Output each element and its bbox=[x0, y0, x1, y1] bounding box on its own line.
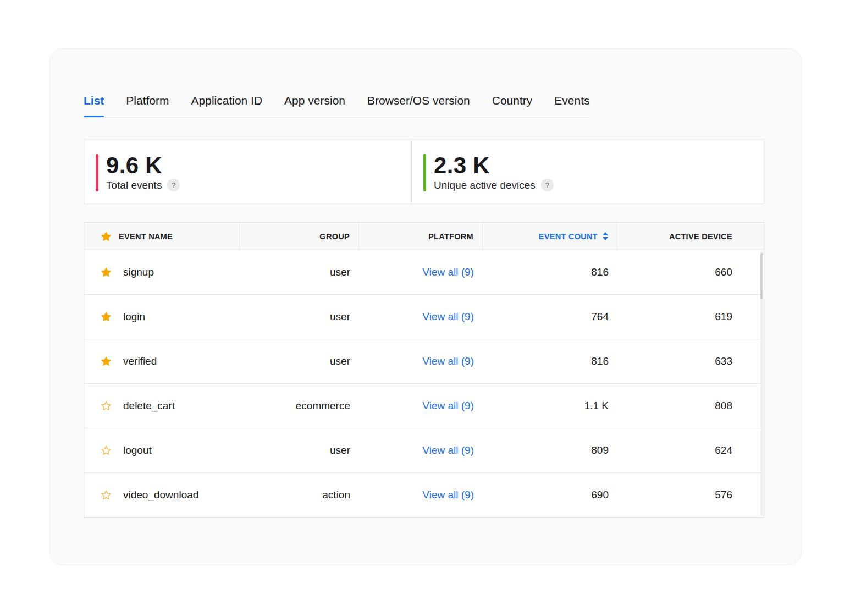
active-device-cell: 624 bbox=[617, 428, 764, 472]
analytics-panel: List Platform Application ID App version… bbox=[49, 48, 802, 565]
active-device-cell: 660 bbox=[617, 250, 764, 294]
event-name: delete_cart bbox=[123, 400, 175, 412]
active-device-header: ACTIVE DEVICE bbox=[617, 223, 764, 250]
table-row: signup user View all (9) 816 660 bbox=[84, 250, 764, 295]
table-row: video_download action View all (9) 690 5… bbox=[84, 473, 764, 518]
unique-devices-label: Unique active devices bbox=[434, 179, 536, 191]
event-count-cell: 816 bbox=[483, 250, 617, 294]
star-icon bbox=[100, 230, 112, 243]
total-events-label: Total events bbox=[106, 179, 162, 191]
group-header: GROUP bbox=[240, 223, 359, 250]
event-name: verified bbox=[123, 355, 157, 367]
table-row: login user View all (9) 764 619 bbox=[84, 295, 764, 339]
event-name: logout bbox=[123, 444, 152, 457]
table-header: EVENT NAME GROUP PLATFORM EVENT COUNT AC… bbox=[84, 223, 764, 250]
event-name: login bbox=[123, 311, 145, 323]
active-device-cell: 633 bbox=[617, 339, 764, 383]
event-name: video_download bbox=[123, 489, 198, 501]
event-count-cell: 816 bbox=[483, 339, 617, 383]
event-count-cell: 809 bbox=[483, 428, 617, 472]
event-count-cell: 690 bbox=[483, 473, 617, 517]
red-accent-bar bbox=[96, 154, 98, 191]
tab-events[interactable]: Events bbox=[554, 94, 589, 107]
group-cell: action bbox=[240, 473, 359, 517]
event-count-header-label: EVENT COUNT bbox=[539, 232, 598, 241]
event-count-cell: 1.1 K bbox=[483, 384, 617, 428]
view-all-link[interactable]: View all (9) bbox=[422, 400, 474, 412]
event-name-header-label: EVENT NAME bbox=[119, 232, 173, 241]
group-cell: user bbox=[240, 250, 359, 294]
group-cell: ecommerce bbox=[240, 384, 359, 428]
stats-row: 9.6 K Total events ? 2.3 K Unique active… bbox=[84, 140, 764, 204]
view-all-link[interactable]: View all (9) bbox=[422, 355, 474, 367]
tab-app-version[interactable]: App version bbox=[284, 94, 345, 107]
view-all-link[interactable]: View all (9) bbox=[422, 489, 474, 501]
group-cell: user bbox=[240, 428, 359, 472]
unique-active-devices-card: 2.3 K Unique active devices ? bbox=[411, 140, 764, 204]
group-cell: user bbox=[240, 339, 359, 383]
green-accent-bar bbox=[423, 154, 426, 191]
table-row: delete_cart ecommerce View all (9) 1.1 K… bbox=[84, 384, 764, 428]
table-row: logout user View all (9) 809 624 bbox=[84, 428, 764, 473]
star-icon[interactable] bbox=[100, 355, 112, 367]
scrollbar-thumb[interactable] bbox=[760, 253, 763, 299]
star-icon[interactable] bbox=[100, 311, 112, 323]
platform-header: PLATFORM bbox=[359, 223, 483, 250]
help-icon[interactable]: ? bbox=[167, 179, 180, 191]
star-icon[interactable] bbox=[100, 444, 112, 457]
star-icon[interactable] bbox=[100, 489, 112, 501]
tab-platform[interactable]: Platform bbox=[126, 94, 169, 107]
view-all-link[interactable]: View all (9) bbox=[422, 444, 474, 457]
star-icon[interactable] bbox=[100, 400, 112, 412]
event-name-header: EVENT NAME bbox=[84, 223, 240, 250]
help-icon[interactable]: ? bbox=[541, 179, 554, 191]
tab-country[interactable]: Country bbox=[492, 94, 533, 107]
sort-icon[interactable] bbox=[603, 232, 608, 240]
total-events-value: 9.6 K bbox=[106, 154, 180, 177]
unique-devices-value: 2.3 K bbox=[434, 154, 554, 177]
tab-list[interactable]: List bbox=[84, 94, 104, 107]
tab-application-id[interactable]: Application ID bbox=[191, 94, 263, 107]
active-device-cell: 619 bbox=[617, 295, 764, 339]
active-device-cell: 808 bbox=[617, 384, 764, 428]
table-row: verified user View all (9) 816 633 bbox=[84, 339, 764, 384]
events-table: EVENT NAME GROUP PLATFORM EVENT COUNT AC… bbox=[84, 222, 764, 518]
group-cell: user bbox=[240, 295, 359, 339]
event-name: signup bbox=[123, 266, 154, 278]
tab-browser-os-version[interactable]: Browser/OS version bbox=[367, 94, 470, 107]
view-all-link[interactable]: View all (9) bbox=[422, 266, 474, 278]
event-count-header[interactable]: EVENT COUNT bbox=[483, 223, 617, 250]
star-icon[interactable] bbox=[100, 266, 112, 278]
event-count-cell: 764 bbox=[483, 295, 617, 339]
total-events-card: 9.6 K Total events ? bbox=[84, 140, 412, 204]
view-all-link[interactable]: View all (9) bbox=[422, 311, 474, 323]
tab-bar: List Platform Application ID App version… bbox=[84, 94, 589, 118]
active-device-cell: 576 bbox=[617, 473, 764, 517]
